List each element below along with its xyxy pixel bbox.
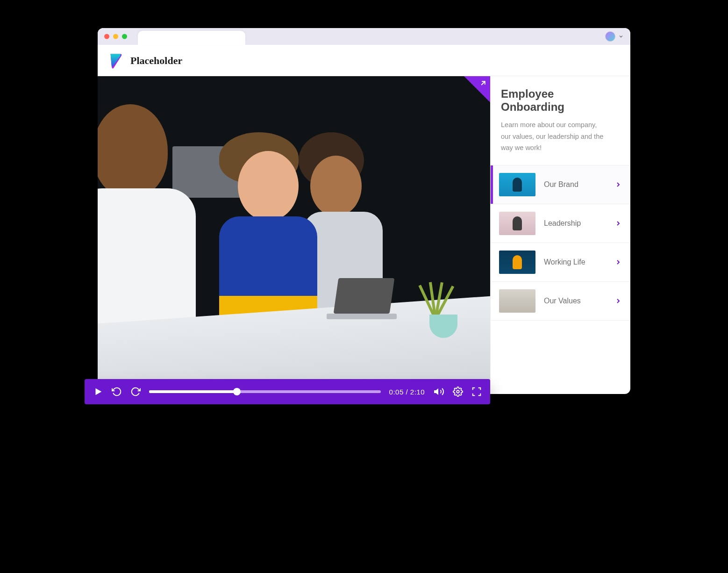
play-button[interactable] (93, 387, 103, 397)
video-player-bar: 0:05 / 2:10 (85, 379, 490, 404)
avatar (605, 31, 615, 42)
chevron-right-icon (614, 220, 622, 227)
svg-point-3 (457, 390, 459, 393)
svg-line-0 (481, 81, 485, 85)
chapter-item-working-life[interactable]: Working Life (491, 243, 630, 282)
settings-button[interactable] (453, 387, 463, 397)
rotate-ccw-icon (112, 387, 122, 397)
chapter-label: Working Life (544, 258, 606, 266)
svg-marker-2 (434, 388, 438, 395)
sidebar: Employee Onboarding Learn more about our… (490, 76, 630, 394)
chapter-item-our-values[interactable]: Our Values (491, 282, 630, 321)
video-column: 0:05 / 2:10 (98, 76, 490, 394)
chapter-thumb (499, 173, 535, 196)
volume-button[interactable] (433, 386, 444, 397)
gear-icon (453, 387, 463, 397)
browser-chrome (98, 28, 630, 45)
window-controls (104, 34, 127, 39)
chapter-label: Our Values (544, 297, 606, 305)
chapter-label: Our Brand (544, 180, 606, 189)
brand-name: Placeholder (130, 55, 182, 67)
sidebar-header: Employee Onboarding Learn more about our… (491, 76, 630, 165)
svg-marker-1 (96, 388, 102, 395)
video-area[interactable] (98, 76, 490, 394)
progress-thumb[interactable] (233, 388, 241, 395)
chapter-thumb (499, 212, 535, 235)
chevron-right-icon (614, 297, 622, 305)
chevron-right-icon (614, 181, 622, 188)
progress-bar[interactable] (149, 390, 381, 393)
browser-window: Placeholder (98, 28, 630, 394)
rewind-button[interactable] (112, 387, 122, 397)
fullscreen-button[interactable] (471, 387, 482, 397)
time-display: 0:05 / 2:10 (389, 388, 425, 396)
rotate-cw-icon (130, 387, 141, 397)
app-header: Placeholder (98, 45, 630, 76)
chapter-label: Leadership (544, 219, 606, 228)
time-total: 2:10 (410, 388, 425, 396)
expand-corner-button[interactable] (464, 76, 490, 102)
sidebar-description: Learn more about our company, our values… (501, 119, 604, 154)
chapter-item-our-brand[interactable]: Our Brand (491, 165, 630, 204)
fullscreen-icon (471, 387, 482, 397)
sidebar-title: Employee Onboarding (501, 87, 620, 114)
browser-tab[interactable] (138, 31, 245, 45)
chapter-item-leadership[interactable]: Leadership (491, 204, 630, 243)
chevron-down-icon (618, 34, 624, 39)
video-illustration (98, 76, 490, 394)
progress-fill (149, 390, 237, 393)
progress-track (149, 390, 381, 393)
brand-logo-icon (107, 52, 124, 69)
forward-button[interactable] (130, 387, 141, 397)
chevron-right-icon (614, 258, 622, 266)
volume-icon (433, 386, 444, 397)
time-current: 0:05 (389, 388, 404, 396)
maximize-window-dot[interactable] (122, 34, 127, 39)
play-icon (93, 387, 103, 397)
profile-menu[interactable] (605, 31, 624, 42)
minimize-window-dot[interactable] (113, 34, 118, 39)
chapter-thumb (499, 251, 535, 274)
arrow-up-right-icon (479, 79, 487, 87)
chapter-thumb (499, 289, 535, 313)
close-window-dot[interactable] (104, 34, 109, 39)
content: 0:05 / 2:10 (98, 76, 630, 394)
